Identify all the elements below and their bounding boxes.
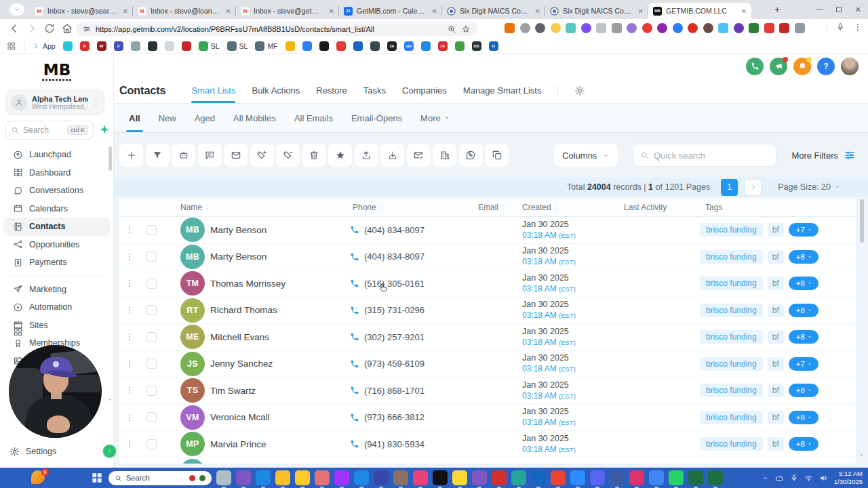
url-omnibox[interactable]: https://app.getmib.com/v2/location/P6BRF…: [76, 22, 477, 36]
toolbar-mailcheck-button[interactable]: [407, 144, 431, 167]
sort-icon[interactable]: [204, 204, 211, 211]
sidebar-item-opportunities[interactable]: Opportunities: [3, 236, 111, 254]
sidebar-scrollbar[interactable]: [108, 146, 112, 171]
sort-icon[interactable]: [669, 204, 675, 211]
toolbar-copy-button[interactable]: [485, 144, 509, 167]
table-row[interactable]: MBMarty Benson(404) 834-8097Jan 30 20250…: [119, 217, 856, 244]
row-checkbox[interactable]: [146, 359, 157, 369]
tab-close-icon[interactable]: ✕: [741, 7, 747, 15]
toolbar-tagminus-button[interactable]: [276, 144, 300, 167]
table-row[interactable]: RTRichard Thomas(315) 731-0296Jan 30 202…: [119, 298, 856, 325]
row-checkbox[interactable]: [146, 305, 157, 315]
toolbar-funnel-button[interactable]: [146, 144, 170, 167]
more-tags-dropdown[interactable]: +8: [789, 330, 818, 344]
contacts-settings-gear-icon[interactable]: [574, 85, 585, 96]
filter-tab-email-opens[interactable]: Email-Opens: [351, 104, 402, 132]
filter-tab-all-emails[interactable]: All Emails: [294, 104, 333, 132]
page-size-selector[interactable]: Page Size: 20: [778, 182, 841, 192]
sort-icon[interactable]: [378, 204, 385, 211]
taskbar-app-sticky-notes[interactable]: [295, 470, 310, 485]
tab-companies[interactable]: Companies: [402, 78, 447, 103]
contact-phone[interactable]: (941) 830-5934: [347, 439, 473, 449]
bookmark-item[interactable]: zm: [404, 41, 414, 51]
column-header-created[interactable]: Created: [517, 203, 618, 212]
bookmark-item[interactable]: O: [489, 41, 498, 51]
table-row[interactable]: TMThomas Morrissey(516) 305-0161Jan 30 2…: [119, 270, 856, 298]
bookmark-item[interactable]: 19: [387, 41, 397, 51]
row-menu-button[interactable]: [119, 306, 140, 315]
forward-button[interactable]: [26, 22, 38, 35]
scroll-down-icon[interactable]: [859, 452, 865, 458]
maximize-button[interactable]: [836, 7, 842, 12]
more-tags-dropdown[interactable]: +7: [789, 223, 818, 237]
row-checkbox[interactable]: [146, 251, 157, 262]
extension-icon[interactable]: [551, 23, 561, 33]
contact-phone[interactable]: (516) 305-0161: [347, 279, 473, 289]
taskbar-app-chrome[interactable]: [551, 470, 566, 485]
toolbar-download-button[interactable]: [380, 144, 404, 167]
browser-menu-icon[interactable]: [853, 22, 863, 32]
filter-tab-all-mobiles[interactable]: All Mobiles: [233, 104, 276, 132]
contact-phone[interactable]: (716) 868-1701: [347, 386, 473, 396]
sidebar-item-payments[interactable]: Payments: [3, 253, 111, 272]
taskbar-app-app-globe[interactable]: [511, 470, 526, 485]
contact-phone[interactable]: (973) 666-3812: [347, 412, 473, 422]
bookmark-star-icon[interactable]: [461, 24, 471, 34]
more-tags-dropdown[interactable]: +8: [789, 250, 818, 264]
contact-phone[interactable]: (315) 731-0296: [347, 305, 473, 315]
table-row[interactable]: MBMarty Benson(404) 834-8097Jan 30 20250…: [119, 244, 856, 271]
taskbar-clock[interactable]: 5:12 AM 1/30/2025: [834, 470, 863, 487]
bookmark-item[interactable]: [63, 41, 73, 51]
extension-icon[interactable]: [795, 23, 805, 33]
home-button[interactable]: [61, 22, 73, 35]
bookmark-item[interactable]: [131, 41, 140, 51]
extension-icon[interactable]: [612, 23, 622, 33]
toolbar-upload-button[interactable]: [355, 144, 378, 167]
tab-close-icon[interactable]: ✕: [226, 7, 231, 15]
browser-tab[interactable]: MInbox - steve@searchlightlend✕: [30, 3, 133, 19]
bookmark-item[interactable]: [319, 41, 329, 51]
extension-icon[interactable]: [688, 23, 698, 33]
taskbar-app-snapchat[interactable]: [452, 470, 467, 485]
column-header-phone[interactable]: Phone: [347, 203, 473, 212]
close-window-button[interactable]: ✕: [855, 5, 861, 14]
browser-tab[interactable]: 31GetMIB.com - Calendar - Week✕: [339, 3, 442, 19]
more-tags-dropdown[interactable]: +8: [789, 411, 818, 424]
tab-close-icon[interactable]: ✕: [329, 7, 334, 15]
bookmark-item[interactable]: [165, 41, 174, 51]
row-checkbox[interactable]: [146, 439, 157, 449]
row-menu-button[interactable]: [119, 359, 140, 369]
taskbar-app-outlook[interactable]: [354, 470, 369, 485]
columns-dropdown[interactable]: Columns: [554, 144, 618, 167]
next-page-button[interactable]: [745, 179, 762, 196]
more-tags-dropdown[interactable]: +8: [789, 384, 818, 397]
toolbar-trash-button[interactable]: [302, 144, 326, 167]
sidebar-item-conversations[interactable]: Conversations: [3, 182, 111, 200]
sidebar-item-marketing[interactable]: Marketing: [3, 281, 111, 299]
filter-tab-aged[interactable]: Aged: [195, 104, 215, 132]
taskbar-app-excel-doc[interactable]: [688, 470, 703, 485]
extension-icon[interactable]: [535, 23, 545, 33]
extension-icon[interactable]: [581, 23, 591, 33]
taskbar-search[interactable]: Search: [108, 471, 212, 485]
start-button[interactable]: [90, 471, 104, 485]
bookmark-app[interactable]: App: [32, 42, 56, 50]
account-switcher[interactable]: Alpha Tech Lending West Hempstead, NY: [5, 89, 104, 115]
contact-phone[interactable]: (973) 459-6109: [347, 359, 473, 369]
volume-icon[interactable]: [819, 474, 828, 483]
extension-icon[interactable]: [718, 23, 728, 33]
table-row[interactable]: JSJenny Sanchez(973) 459-6109Jan 30 2025…: [119, 351, 856, 378]
tab-manage-smart-lists[interactable]: Manage Smart Lists: [463, 78, 542, 103]
taskbar-app-whatsapp[interactable]: [669, 470, 684, 485]
bookmark-item[interactable]: MF: [255, 41, 277, 51]
row-menu-button[interactable]: [119, 413, 140, 422]
bookmark-item[interactable]: [336, 41, 346, 51]
extension-icon[interactable]: [703, 23, 713, 33]
bookmark-item[interactable]: [353, 41, 363, 51]
tray-expand-icon[interactable]: [762, 474, 769, 482]
filter-tab-new[interactable]: New: [159, 104, 176, 132]
mic-icon[interactable]: [790, 474, 798, 482]
tab-close-icon[interactable]: ✕: [432, 7, 437, 15]
row-checkbox[interactable]: [146, 225, 157, 235]
row-checkbox[interactable]: [146, 332, 157, 342]
